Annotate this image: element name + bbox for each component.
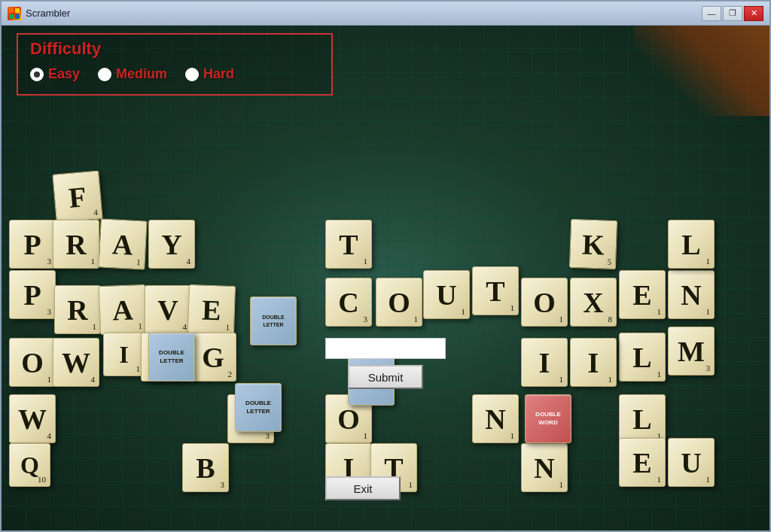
svg-rect-3 (15, 14, 20, 19)
close-button[interactable]: ✕ (744, 6, 763, 21)
window-content: F4P3R1A1Y4P3R1A1V4E1C3O1U1T1O1X8E1N1O1W4… (2, 26, 769, 530)
radio-medium[interactable]: Medium (98, 66, 167, 82)
radio-medium-label: Medium (116, 66, 167, 82)
app-icon (8, 7, 21, 20)
window-controls: — ❐ ✕ (702, 6, 763, 21)
board-tile: E1 (619, 270, 666, 319)
board-tile: N1 (668, 270, 715, 319)
board-tile: A1 (98, 218, 147, 269)
radio-hard-label: Hard (203, 66, 234, 82)
exit-button[interactable]: Exit (325, 476, 401, 500)
board-tile: U1 (668, 438, 715, 487)
title-bar: Scrambler — ❐ ✕ (2, 2, 769, 26)
radio-medium-circle[interactable] (98, 68, 111, 81)
board-tile: E1 (619, 438, 666, 487)
radio-easy[interactable]: Easy (30, 66, 80, 82)
minimize-button[interactable]: — (702, 6, 721, 21)
background: F4P3R1A1Y4P3R1A1V4E1C3O1U1T1O1X8E1N1O1W4… (2, 26, 769, 530)
window-frame: Scrambler — ❐ ✕ F4P3R1A1Y4P3R1A1V4E1C3O1… (0, 0, 771, 532)
board-tile: I1 (521, 338, 568, 387)
board-tile: R1 (54, 285, 101, 334)
radio-hard[interactable]: Hard (185, 66, 234, 82)
svg-rect-2 (9, 14, 14, 19)
radio-easy-label: Easy (48, 66, 80, 82)
board-tile: E1 (187, 284, 236, 335)
radio-group: Easy Medium Hard (30, 66, 319, 82)
board-tile: P3 (9, 220, 56, 269)
board-tile: L1 (668, 220, 715, 269)
board-tile: W4 (9, 394, 56, 443)
board-tile: R1 (53, 220, 99, 269)
board-tile: Q10 (9, 443, 50, 487)
board-special-square: DOUBLE LETTER (148, 333, 195, 382)
board-tile: C3 (325, 278, 372, 327)
board-tile: Y4 (148, 220, 195, 269)
board-tile: T1 (472, 266, 519, 315)
board-tile: A1 (99, 284, 147, 335)
board-tile: F4 (52, 170, 102, 223)
submit-button[interactable]: Submit (348, 365, 423, 389)
svg-rect-0 (9, 8, 14, 13)
answer-area: Submit (325, 338, 446, 389)
board-tile: K5 (569, 219, 617, 269)
board-tile: G2 (190, 333, 236, 382)
svg-rect-1 (15, 8, 20, 13)
radio-easy-circle[interactable] (30, 68, 44, 81)
board-tile: O1 (9, 338, 56, 387)
board-tile: T1 (325, 220, 372, 269)
board-tile: N1 (472, 394, 519, 443)
difficulty-legend: Difficulty (30, 39, 319, 59)
board-tile: U1 (423, 270, 470, 319)
board-tile: I1 (570, 338, 617, 387)
window-title: Scrambler (26, 8, 702, 19)
board-tile: M3 (668, 327, 715, 375)
restore-button[interactable]: ❐ (723, 6, 742, 21)
board-tile: V4 (145, 285, 191, 334)
board-tile: P3 (9, 270, 56, 319)
board-tile: O1 (376, 278, 422, 327)
board-tile: B3 (182, 443, 229, 492)
board-tile: X8 (570, 278, 617, 327)
board-tile: N1 (521, 443, 568, 492)
difficulty-panel: Difficulty Easy Medium Hard (17, 33, 333, 96)
board-special-square: DOUBLE LETTER (250, 296, 297, 345)
radio-hard-circle[interactable] (185, 68, 199, 81)
board-special-square: DOUBLE WORD (525, 394, 571, 443)
board-tile: O1 (521, 278, 568, 327)
board-tile: I1 (103, 333, 145, 376)
word-input[interactable] (325, 338, 446, 359)
board-tile: W4 (53, 338, 99, 387)
board-tile: L1 (619, 394, 666, 443)
board-tile: L1 (619, 333, 666, 382)
board-special-square: DOUBLE LETTER (235, 383, 282, 432)
